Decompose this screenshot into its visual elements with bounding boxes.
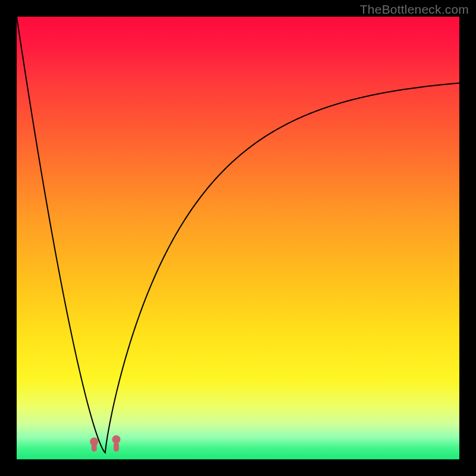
watermark-text: TheBottleneck.com [360,2,469,17]
svg-rect-1 [92,442,97,452]
svg-rect-3 [114,442,119,452]
